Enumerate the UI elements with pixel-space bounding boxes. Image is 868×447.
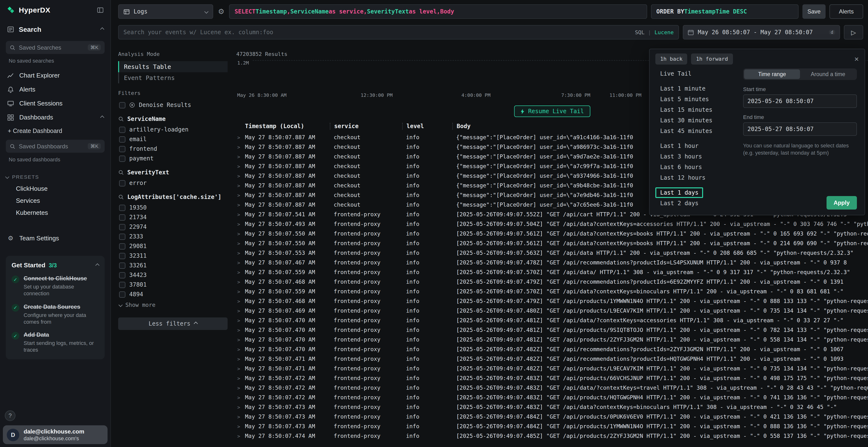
table-row[interactable]: >May 27 8:50:07.470 AMfrontend-proxyinfo… xyxy=(236,335,868,344)
time-range-option[interactable]: Last 1 minute xyxy=(655,83,710,94)
sidebar-item-client-sessions[interactable]: Client Sessions xyxy=(6,96,105,110)
table-row[interactable]: >May 27 8:50:07.550 AMfrontend-proxyinfo… xyxy=(236,238,868,248)
table-row[interactable]: >May 27 8:50:07.470 AMfrontend-proxyinfo… xyxy=(236,344,868,354)
search-icon[interactable] xyxy=(118,170,124,175)
filter-checkbox-29081[interactable]: 29081 xyxy=(118,241,227,251)
time-range-option[interactable]: Last 12 hours xyxy=(655,172,710,183)
start-time-input[interactable] xyxy=(743,94,857,108)
mode-results-table[interactable]: Results Table xyxy=(118,61,227,72)
table-row[interactable]: >May 27 8:50:07.471 AMfrontend-proxyinfo… xyxy=(236,364,868,373)
create-dashboard-button[interactable]: + Create Dashboard xyxy=(6,124,105,138)
show-more-button[interactable]: Show more xyxy=(118,299,227,311)
get-started-item-add-data[interactable]: ✓ Add Data Start sending logs, metrics, … xyxy=(11,332,99,353)
table-row[interactable]: >May 27 8:50:07.493 AMfrontend-proxyinfo… xyxy=(236,219,868,229)
table-row[interactable]: >May 27 8:50:07.470 AMfrontend-proxyinfo… xyxy=(236,315,868,325)
time-range-option[interactable]: Last 5 minutes xyxy=(655,94,714,105)
table-row[interactable]: >May 27 8:50:07.468 AMfrontend-proxyinfo… xyxy=(236,277,868,286)
table-row[interactable]: >May 27 8:50:07.471 AMfrontend-proxyinfo… xyxy=(236,354,868,364)
nav-search[interactable]: Search xyxy=(6,24,105,35)
col-service[interactable]: service xyxy=(330,123,402,130)
table-row[interactable]: >May 27 8:50:07.472 AMfrontend-proxyinfo… xyxy=(236,383,868,392)
checkbox-icon[interactable] xyxy=(119,224,125,230)
checkbox-icon[interactable] xyxy=(119,253,125,259)
alerts-button[interactable]: Alerts xyxy=(830,4,863,19)
checkbox-icon[interactable] xyxy=(119,281,125,288)
table-row[interactable]: >May 27 8:50:07.470 AMfrontend-proxyinfo… xyxy=(236,325,868,335)
checkbox-icon[interactable] xyxy=(119,214,125,220)
checkbox-icon[interactable] xyxy=(119,180,125,186)
collapse-sidebar-icon[interactable] xyxy=(97,6,104,13)
table-row[interactable]: >May 27 8:50:07.473 AMfrontend-proxyinfo… xyxy=(236,402,868,412)
end-time-input[interactable] xyxy=(743,122,857,136)
source-settings-gear-icon[interactable]: ⚙ xyxy=(218,7,224,16)
filter-checkbox-4894[interactable]: 4894 xyxy=(118,289,227,299)
time-range-option[interactable]: Last 1 days xyxy=(655,187,703,198)
preset-clickhouse[interactable]: ClickHouse xyxy=(6,182,105,195)
table-row[interactable]: >May 27 8:50:07.474 AMfrontend-proxyinfo… xyxy=(236,431,868,441)
time-range-option[interactable]: Last 1 hour xyxy=(655,141,703,151)
sql-mode-toggle[interactable]: SQL xyxy=(635,29,645,35)
time-range-option[interactable]: Last 45 minutes xyxy=(655,126,717,136)
checkbox-icon[interactable] xyxy=(119,243,125,249)
time-range-option[interactable]: Last 6 hours xyxy=(655,162,707,172)
table-row[interactable]: >May 27 8:50:07.553 AMfrontend-proxyinfo… xyxy=(236,248,868,258)
table-row[interactable]: >May 27 8:50:07.469 AMfrontend-proxyinfo… xyxy=(236,306,868,315)
filter-checkbox-artillery-loadgen[interactable]: artillery-loadgen xyxy=(118,125,227,134)
preset-services[interactable]: Services xyxy=(6,195,105,207)
get-started-header[interactable]: Get Started 3/3 xyxy=(11,262,99,269)
tab-time-range[interactable]: Time range xyxy=(744,69,800,79)
table-row[interactable]: >May 27 8:50:07.473 AMfrontend-proxyinfo… xyxy=(236,412,868,421)
table-row[interactable]: >May 27 8:50:07.467 AMfrontend-proxyinfo… xyxy=(236,258,868,267)
checkbox-icon[interactable] xyxy=(119,102,125,108)
user-menu[interactable]: D dale@clickhouse.com dale@clickhouse.co… xyxy=(3,425,107,444)
apply-button[interactable]: Apply xyxy=(826,196,857,209)
resume-live-tail-button[interactable]: Resume Live Tail xyxy=(514,105,590,117)
filter-checkbox-32311[interactable]: 32311 xyxy=(118,251,227,261)
checkbox-icon[interactable] xyxy=(119,262,125,269)
time-range-option[interactable]: Last 30 minutes xyxy=(655,115,717,126)
search-icon[interactable] xyxy=(118,116,124,122)
table-row[interactable]: >May 27 8:50:07.550 AMfrontend-proxyinfo… xyxy=(236,229,868,238)
sidebar-item-chart-explorer[interactable]: Chart Explorer xyxy=(6,68,105,82)
filter-checkbox-email[interactable]: email xyxy=(118,134,227,144)
checkbox-icon[interactable] xyxy=(119,233,125,240)
checkbox-icon[interactable] xyxy=(119,146,125,152)
denoise-results-checkbox[interactable]: Denoise Results xyxy=(118,100,227,110)
order-by-editor[interactable]: ORDER BY TimestampTime DESC xyxy=(651,4,799,19)
help-button[interactable]: ? xyxy=(5,410,16,421)
filter-checkbox-error[interactable]: error xyxy=(118,178,227,188)
run-query-button[interactable]: ▷ xyxy=(844,25,863,39)
shift-1h-back-button[interactable]: 1h back xyxy=(655,54,687,65)
time-range-option[interactable]: Live Tail xyxy=(655,68,696,79)
mode-event-patterns[interactable]: Event Patterns xyxy=(118,72,227,83)
sidebar-item-team-settings[interactable]: ⚙ Team Settings xyxy=(6,231,105,245)
checkbox-icon[interactable] xyxy=(119,204,125,211)
filter-checkbox-frontend[interactable]: frontend xyxy=(118,144,227,153)
time-range-option[interactable]: Last 3 hours xyxy=(655,151,707,162)
shift-1h-forward-button[interactable]: 1h forward xyxy=(691,54,733,65)
search-input[interactable] xyxy=(123,29,631,36)
time-range-option[interactable]: Last 15 minutes xyxy=(655,105,717,115)
search-icon[interactable] xyxy=(118,194,124,200)
lucene-mode-toggle[interactable]: Lucene xyxy=(655,29,674,35)
table-row[interactable]: >May 27 8:50:07.468 AMfrontend-proxyinfo… xyxy=(236,296,868,306)
saved-dashboards-input[interactable]: Saved Dashboards ⌘K xyxy=(6,140,105,153)
get-started-item-connect[interactable]: ✓ Connect to ClickHouse Set up your data… xyxy=(11,275,99,297)
filter-checkbox-22974[interactable]: 22974 xyxy=(118,222,227,232)
checkbox-icon[interactable] xyxy=(119,127,125,133)
filter-checkbox-37801[interactable]: 37801 xyxy=(118,280,227,289)
filter-checkbox-payment[interactable]: payment xyxy=(118,153,227,163)
filter-checkbox-34423[interactable]: 34423 xyxy=(118,270,227,280)
checkbox-icon[interactable] xyxy=(119,291,125,298)
filter-checkbox-21734[interactable]: 21734 xyxy=(118,212,227,222)
filter-checkbox-33261[interactable]: 33261 xyxy=(118,261,227,270)
preset-kubernetes[interactable]: Kubernetes xyxy=(6,207,105,219)
close-icon[interactable]: × xyxy=(854,55,859,63)
col-timestamp[interactable]: Timestamp (Local) xyxy=(245,123,330,130)
save-button[interactable]: Save xyxy=(802,4,826,19)
filter-checkbox-2333[interactable]: 2333 xyxy=(118,232,227,241)
sql-select-editor[interactable]: SELECT Timestamp, ServiceName as service… xyxy=(229,4,647,19)
sidebar-item-alerts[interactable]: Alerts xyxy=(6,82,105,96)
source-select[interactable]: Logs xyxy=(118,4,213,19)
table-row[interactable]: >May 27 8:50:07.472 AMfrontend-proxyinfo… xyxy=(236,392,868,402)
